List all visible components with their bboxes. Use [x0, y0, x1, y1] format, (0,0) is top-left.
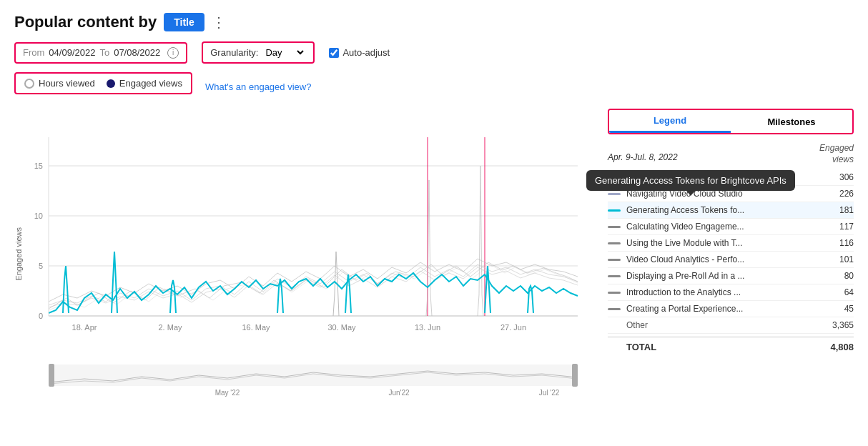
svg-text:13. Jun: 13. Jun	[415, 323, 440, 332]
page: Popular content by Title ⋮ From 04/09/20…	[0, 0, 868, 446]
legend-other-label: Other	[626, 320, 828, 330]
title-button[interactable]: Title	[164, 13, 204, 31]
legend-item-value: 101	[828, 254, 854, 264]
legend-item-value: 306	[828, 172, 854, 182]
legend-row[interactable]: Generating Access Tokens fo... 181	[608, 202, 854, 219]
engaged-label: Engaged views	[119, 78, 182, 89]
svg-text:30. May: 30. May	[327, 323, 356, 332]
svg-text:Jul '22: Jul '22	[539, 389, 560, 397]
legend-table: Generating Captions for Vide... 306 Navi…	[608, 169, 854, 355]
metric-selector: Hours viewed Engaged views	[14, 72, 192, 94]
legend-other-value: 3,365	[828, 320, 854, 330]
auto-adjust-checkbox[interactable]	[329, 48, 339, 58]
svg-text:May '22: May '22	[215, 389, 240, 397]
legend-item-value: 226	[828, 189, 854, 199]
legend-item-name: Introduction to the Analytics ...	[626, 287, 828, 297]
legend-item-name: Using the Live Module with T...	[626, 238, 828, 248]
svg-text:2. May: 2. May	[158, 323, 182, 332]
legend-tabs: Legend Milestones	[608, 109, 854, 134]
legend-item-name: Video Cloud Analytics - Perfo...	[626, 254, 828, 264]
legend-total-value: 4,808	[830, 342, 854, 352]
legend-other-row: Other 3,365	[608, 317, 854, 334]
legend-color-swatch	[608, 193, 621, 195]
svg-text:0: 0	[39, 312, 43, 320]
legend-item-value: 117	[828, 222, 854, 232]
svg-text:16. May: 16. May	[242, 323, 270, 332]
tab-milestones[interactable]: Milestones	[731, 110, 852, 133]
engaged-views-option[interactable]: Engaged views	[107, 78, 182, 89]
hours-viewed-option[interactable]: Hours viewed	[24, 78, 95, 89]
main-content: Engaged views 0 5 10 15	[14, 109, 854, 399]
main-chart: 0 5 10 15 18. Apr 2. May 16. May 30. May…	[27, 109, 585, 366]
svg-text:Jun'22: Jun'22	[388, 389, 410, 397]
legend-color-swatch	[608, 259, 621, 261]
to-date: 07/08/2022	[114, 47, 160, 58]
svg-text:15: 15	[34, 162, 43, 170]
page-title: Popular content by	[14, 13, 157, 31]
legend-row[interactable]: Displaying a Pre-Roll Ad in a ... 80	[608, 268, 854, 284]
legend-row[interactable]: Creating a Portal Experience... 45	[608, 301, 854, 317]
y-axis-label: Engaged views	[14, 227, 23, 281]
legend-item-name: Generating Access Tokens fo...	[626, 205, 828, 215]
granularity-box: Granularity: Day Week Month	[202, 41, 315, 64]
info-icon[interactable]: i	[167, 47, 179, 59]
svg-rect-19	[49, 364, 54, 387]
header: Popular content by Title ⋮	[14, 13, 854, 31]
legend-row[interactable]: Using the Live Module with T... 116	[608, 235, 854, 252]
legend-total-label: TOTAL	[608, 342, 830, 352]
legend-row[interactable]: Video Cloud Analytics - Perfo... 101	[608, 252, 854, 268]
legend-item-value: 116	[828, 238, 854, 248]
legend-item-name: Calculating Video Engageme...	[626, 222, 828, 232]
legend-row[interactable]: Calculating Video Engageme... 117	[608, 219, 854, 235]
legend-total-row: TOTAL 4,808	[608, 337, 854, 355]
from-label: From	[23, 47, 44, 58]
what-is-engaged-link[interactable]: What's an engaged view?	[205, 81, 311, 92]
legend-color-swatch	[608, 292, 621, 294]
minimap-chart: May '22 Jun'22 Jul '22	[27, 361, 585, 397]
auto-adjust-label[interactable]: Auto-adjust	[342, 47, 390, 58]
legend-color-swatch	[608, 308, 621, 310]
granularity-select[interactable]: Day Week Month	[262, 46, 306, 59]
hours-label: Hours viewed	[39, 78, 95, 89]
engaged-views-header: Engagedviews	[819, 143, 854, 165]
legend-item-value: 64	[828, 287, 854, 297]
legend-row[interactable]: Introduction to the Analytics ... 64	[608, 284, 854, 301]
more-options-button[interactable]: ⋮	[212, 14, 227, 31]
auto-adjust-group: Auto-adjust	[329, 47, 390, 58]
legend-item-value: 80	[828, 271, 854, 281]
legend-item-name: Displaying a Pre-Roll Ad in a ...	[626, 271, 828, 281]
legend-color-swatch	[608, 275, 621, 277]
from-date: 04/09/2022	[49, 47, 95, 58]
svg-text:18. Apr: 18. Apr	[72, 323, 97, 332]
legend-color-swatch	[608, 226, 621, 228]
chart-area: Engaged views 0 5 10 15	[14, 109, 596, 399]
legend-item-value: 45	[828, 304, 854, 314]
svg-text:10: 10	[34, 212, 43, 220]
legend-item-name: Creating a Portal Experience...	[626, 304, 828, 314]
legend-color-swatch	[608, 242, 621, 244]
hours-radio	[24, 79, 34, 89]
engaged-dot	[107, 79, 115, 88]
legend-color-swatch	[608, 209, 621, 212]
svg-rect-20	[572, 364, 578, 387]
right-panel: Legend Milestones Apr. 9-Jul. 8, 2022 En…	[596, 109, 854, 399]
legend-date-range: Apr. 9-Jul. 8, 2022	[608, 152, 678, 162]
svg-text:27. Jun: 27. Jun	[500, 323, 526, 332]
tooltip: Generating Access Tokens for Brightcove …	[586, 170, 795, 191]
to-label: To	[99, 47, 109, 58]
granularity-label: Granularity:	[210, 47, 258, 58]
svg-text:5: 5	[39, 262, 43, 270]
legend-item-value: 181	[828, 205, 854, 215]
tab-legend[interactable]: Legend	[609, 110, 731, 133]
controls-row: From 04/09/2022 To 07/08/2022 i Granular…	[14, 41, 854, 64]
date-range-box: From 04/09/2022 To 07/08/2022 i	[14, 42, 187, 64]
